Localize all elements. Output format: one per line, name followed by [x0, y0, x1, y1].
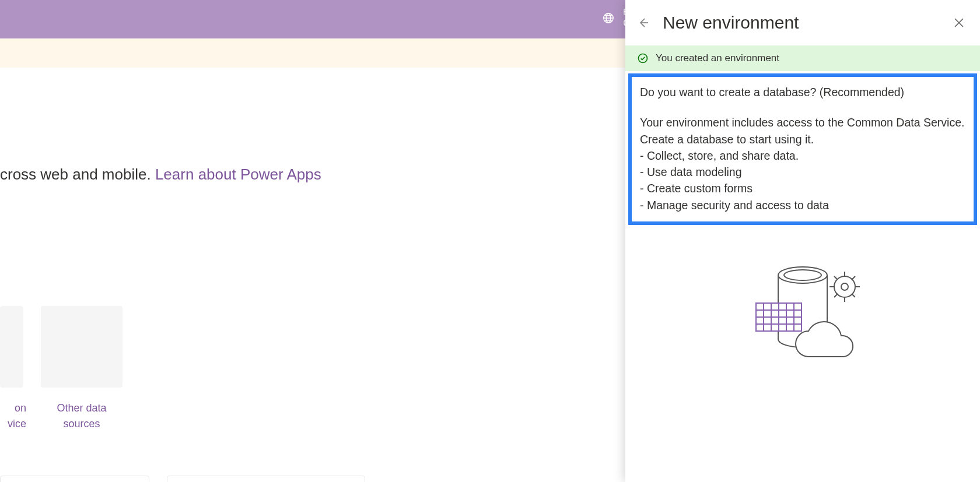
tile-common-data-service[interactable]: on vice — [0, 306, 23, 432]
bullet-item: - Manage security and access to data — [640, 197, 965, 213]
back-arrow-icon[interactable] — [636, 16, 650, 30]
tile-other-data-sources[interactable]: Other data sources — [41, 306, 123, 432]
tile-thumbnail — [41, 306, 123, 388]
bullet-item: - Collect, store, and share data. — [640, 147, 965, 164]
template-card[interactable] — [0, 476, 149, 482]
tile-label-line: vice — [8, 418, 26, 430]
database-illustration — [625, 258, 980, 374]
panel-header: New environment — [625, 0, 980, 45]
globe-icon — [602, 12, 615, 24]
learn-link[interactable]: Learn about Power Apps — [155, 166, 321, 183]
svg-point-6 — [841, 283, 848, 290]
tile-thumbnail — [0, 306, 23, 388]
highlighted-prompt-box: Do you want to create a database? (Recom… — [628, 73, 977, 225]
prompt-question: Do you want to create a database? (Recom… — [640, 84, 965, 100]
template-card[interactable] — [167, 476, 365, 482]
checkmark-circle-icon — [637, 52, 649, 64]
new-environment-panel: New environment You created an environme… — [625, 0, 980, 482]
bullet-item: - Use data modeling — [640, 164, 965, 180]
close-icon[interactable] — [952, 16, 966, 30]
prompt-description: Your environment includes access to the … — [640, 114, 965, 147]
success-banner: You created an environment — [625, 45, 980, 71]
panel-title: New environment — [663, 13, 939, 33]
hero-text: cross web and mobile. Learn about Power … — [0, 166, 321, 184]
tile-label-line: on — [15, 402, 26, 414]
success-message: You created an environment — [656, 52, 779, 64]
svg-point-4 — [784, 270, 821, 280]
prompt-bullets: - Collect, store, and share data. - Use … — [640, 147, 965, 213]
svg-point-2 — [639, 54, 648, 63]
hero-text-fragment: cross web and mobile. — [0, 166, 155, 183]
tile-label-line: sources — [63, 418, 100, 430]
tile-label-line: Other data — [57, 402, 106, 414]
bullet-item: - Create custom forms — [640, 180, 965, 196]
